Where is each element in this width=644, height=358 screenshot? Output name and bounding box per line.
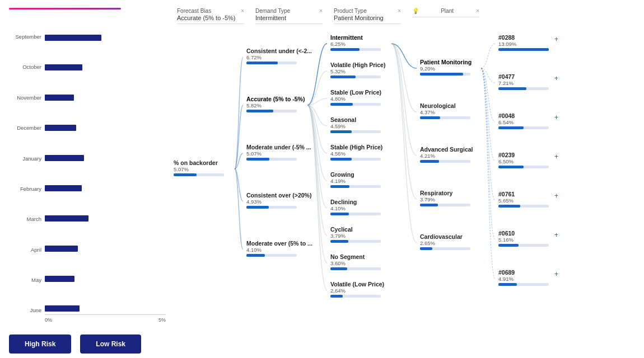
node-bar-fill	[498, 48, 549, 51]
expand-button[interactable]: +	[554, 74, 558, 82]
filter-close-0[interactable]: ×	[241, 8, 244, 14]
filter-close-2[interactable]: ×	[398, 8, 401, 14]
node-value: 6.25%	[330, 41, 388, 47]
bars-container: 0%5%	[45, 33, 166, 330]
filter-label-1: Demand Type ×	[255, 8, 323, 14]
filter-chip-1: Demand Type × Intermittent	[255, 8, 323, 24]
node-bar-fill	[246, 158, 269, 161]
bar-row-1	[45, 63, 166, 72]
tree-node: Intermittent6.25%	[327, 33, 391, 52]
tree-node: Consistent over (>20%)4.93%	[243, 191, 307, 210]
x-axis-area: 0%5%	[45, 314, 166, 330]
node-label: #0288	[498, 34, 556, 41]
tree-node: Seasonal4.59%	[327, 115, 391, 134]
filter-name-3: Plant	[441, 8, 454, 14]
node-bar-track	[330, 213, 381, 215]
node-value: 4.10%	[246, 247, 304, 253]
node-label: No Segment	[330, 253, 388, 260]
node-value: 4.10%	[330, 205, 388, 211]
node-bar-track	[330, 185, 381, 188]
y-axis-labels: SeptemberOctoberNovemberDecemberJanuaryF…	[10, 33, 45, 330]
node-value: 3.79%	[330, 233, 388, 239]
node-bar-track	[330, 158, 381, 161]
x-label-0: 0%	[45, 317, 52, 323]
bar-row-5	[45, 183, 166, 192]
low-risk-button[interactable]: Low Risk	[80, 335, 141, 354]
sankey-viz: % on backorder5.07%Consistent under (<-2…	[170, 30, 635, 321]
node-bar-track	[420, 247, 470, 250]
expand-button[interactable]: +	[554, 192, 558, 200]
node-bar-track	[498, 48, 549, 51]
tree-node: #07615.65%+	[495, 190, 559, 209]
tree-node: Volatile (Low Price)2.64%	[327, 280, 391, 299]
y-label-1: October	[10, 64, 45, 70]
filter-label-2: Product Type ×	[334, 8, 401, 14]
bar-3	[45, 125, 76, 131]
bar-0	[45, 35, 101, 41]
y-label-8: May	[10, 277, 45, 283]
node-value: 2.65%	[420, 240, 478, 246]
node-label: Moderate under (-5% ...	[246, 144, 304, 150]
node-bar-fill	[330, 267, 347, 270]
node-label: Advanced Surgical	[420, 146, 478, 153]
node-bar-track	[330, 48, 381, 51]
bar-row-9	[45, 304, 166, 313]
expand-button[interactable]: +	[554, 270, 558, 278]
node-bar-fill	[174, 173, 197, 176]
expand-button[interactable]: +	[554, 114, 558, 121]
node-label: #0477	[498, 73, 556, 80]
bar-row-4	[45, 154, 166, 163]
filter-value-1: Intermittent	[255, 15, 323, 21]
node-bar-fill	[420, 247, 432, 250]
node-label: Stable (High Price)	[330, 144, 388, 150]
node-bar-fill	[246, 110, 273, 112]
tree-node: #00486.54%+	[495, 111, 559, 130]
bar-row-8	[45, 274, 166, 283]
filter-close-1[interactable]: ×	[319, 8, 323, 14]
bar-row-3	[45, 124, 166, 133]
node-value: 4.80%	[330, 96, 388, 102]
filters-row: Forecast Bias × Accurate (5% to -5%) Dem…	[177, 7, 635, 24]
tree-node: Patient Monitoring9.20%	[417, 58, 481, 77]
node-value: 4.93%	[246, 199, 304, 205]
bar-row-2	[45, 93, 166, 102]
expand-button[interactable]: +	[554, 153, 558, 161]
node-bar-fill	[246, 62, 278, 64]
tree-node: #06894.91%+	[495, 268, 559, 287]
node-label: Neurological	[420, 102, 478, 109]
node-bar-track	[498, 87, 549, 90]
node-bar-track	[420, 160, 470, 163]
tree-node: #028813.09%+	[495, 33, 559, 52]
node-value: 5.32%	[330, 68, 388, 74]
node-label: Growing	[330, 171, 388, 178]
y-label-9: June	[10, 308, 45, 313]
node-bar-track	[246, 110, 297, 112]
node-bar-fill	[498, 205, 520, 208]
tree-node: Moderate under (-5% ...5.07%	[243, 143, 307, 162]
node-bar-track	[330, 76, 381, 78]
filter-close-3[interactable]: ×	[476, 8, 479, 14]
high-risk-button[interactable]: High Risk	[9, 335, 71, 354]
node-bar-track	[420, 73, 470, 76]
node-bar-fill	[330, 103, 353, 106]
node-bar-fill	[330, 130, 352, 133]
node-bar-fill	[498, 166, 524, 168]
tree-node: Neurological4.37%	[417, 101, 481, 120]
tree-node: Advanced Surgical4.21%	[417, 145, 481, 164]
node-value: 13.09%	[498, 41, 556, 47]
expand-button[interactable]: +	[554, 35, 558, 43]
node-label: Stable (Low Price)	[330, 89, 388, 96]
filter-value-0: Accurate (5% to -5%)	[177, 15, 244, 21]
nodes-overlay: % on backorder5.07%Consistent under (<-2…	[170, 30, 635, 321]
bottom-buttons: High RiskLow Risk	[9, 335, 166, 354]
node-label: Consistent over (>20%)	[246, 192, 304, 199]
expand-button[interactable]: +	[554, 231, 558, 239]
y-label-3: December	[10, 125, 45, 131]
node-label: #0610	[498, 230, 556, 237]
node-bar-track	[330, 130, 381, 133]
node-value: 4.37%	[420, 109, 478, 115]
node-bar-fill	[498, 283, 517, 286]
filter-chip-2: Product Type × Patient Monitoring	[334, 8, 401, 24]
tree-node: Accurate (5% to -5%)5.82%	[243, 95, 307, 114]
node-value: 4.21%	[420, 153, 478, 159]
